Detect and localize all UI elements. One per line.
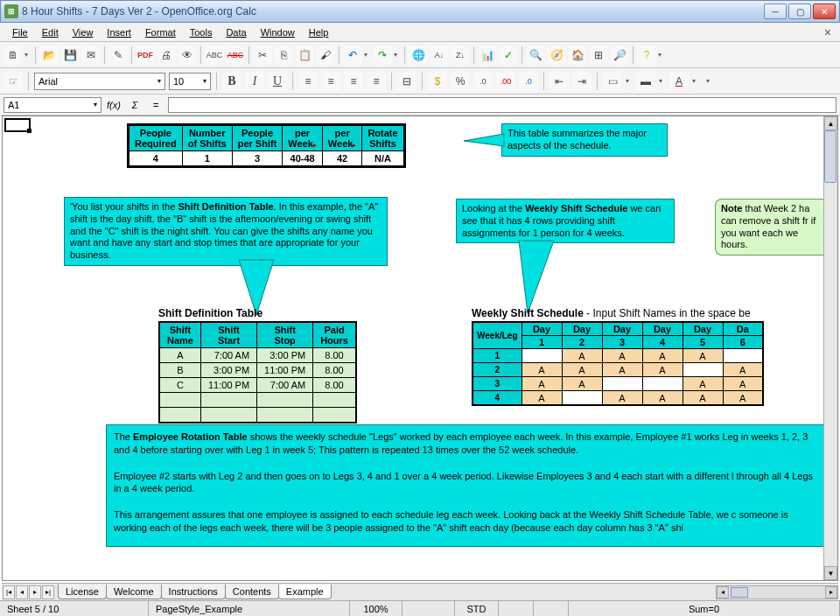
menu-window[interactable]: Window xyxy=(254,25,302,39)
status-sum[interactable]: Sum=0 xyxy=(569,601,840,616)
styles-icon[interactable]: ☞ xyxy=(4,72,23,91)
open-icon[interactable]: 📂 xyxy=(39,46,59,65)
menu-view[interactable]: View xyxy=(66,25,101,39)
sd-r2-name[interactable]: C xyxy=(159,378,200,393)
format-paint-icon[interactable]: 🖌 xyxy=(316,46,335,65)
number-format-icon[interactable]: .0 xyxy=(473,72,493,91)
maximize-button[interactable]: ▢ xyxy=(788,4,811,19)
autospell-icon[interactable]: ABC xyxy=(226,46,245,65)
bgcolor-icon[interactable]: ▬ xyxy=(636,72,655,91)
align-right-icon[interactable]: ≡ xyxy=(344,72,363,91)
vertical-scrollbar[interactable]: ▲ ▼ xyxy=(823,116,837,580)
sd-r0-stop[interactable]: 3:00 PM xyxy=(257,348,313,363)
tab-nav-next[interactable]: ▸ xyxy=(29,585,41,599)
sum-val-5[interactable]: N/A xyxy=(362,151,403,166)
hscroll-thumb[interactable] xyxy=(731,587,748,598)
email-icon[interactable]: ✉ xyxy=(81,46,101,65)
cut-icon[interactable]: ✂ xyxy=(253,46,272,65)
tab-license[interactable]: License xyxy=(58,584,107,599)
scroll-up-icon[interactable]: ▲ xyxy=(824,116,837,130)
sd-r2-start[interactable]: 11:00 PM xyxy=(200,378,256,393)
sort-asc-icon[interactable]: A↓ xyxy=(430,46,449,65)
save-icon[interactable]: 💾 xyxy=(60,46,80,65)
sd-r1-name[interactable]: B xyxy=(159,363,200,378)
align-justify-icon[interactable]: ≡ xyxy=(367,72,386,91)
zoom-icon[interactable]: 🔎 xyxy=(610,46,629,65)
hscroll-left-icon[interactable]: ◂ xyxy=(717,586,729,598)
dec-indent-icon[interactable]: ⇤ xyxy=(550,72,569,91)
sd-r0-name[interactable]: A xyxy=(159,348,200,363)
sd-r0-start[interactable]: 7:00 AM xyxy=(200,348,256,363)
menu-help[interactable]: Help xyxy=(302,25,336,39)
del-decimal-icon[interactable]: .0 xyxy=(519,72,538,91)
find-icon[interactable]: 🔍 xyxy=(526,46,545,65)
align-center-icon[interactable]: ≡ xyxy=(321,72,340,91)
tab-welcome[interactable]: Welcome xyxy=(106,584,162,599)
font-size-select[interactable]: 10▾ xyxy=(169,73,211,90)
print-icon[interactable]: 🖨 xyxy=(157,46,176,65)
paste-icon[interactable]: 📋 xyxy=(295,46,314,65)
fx-button[interactable]: f(x) xyxy=(105,97,122,113)
percent-icon[interactable]: % xyxy=(451,72,470,91)
undo-icon[interactable]: ↶ xyxy=(343,46,362,65)
scroll-thumb[interactable] xyxy=(824,130,836,183)
sort-desc-icon[interactable]: Z↓ xyxy=(451,46,470,65)
copy-icon[interactable]: ⎘ xyxy=(274,46,293,65)
sd-r2-hrs[interactable]: 8.00 xyxy=(313,378,356,393)
help-icon[interactable]: ? xyxy=(637,46,656,65)
menu-tools[interactable]: Tools xyxy=(183,25,220,39)
menu-data[interactable]: Data xyxy=(219,25,253,39)
font-name-select[interactable]: Arial▾ xyxy=(34,73,165,90)
inc-indent-icon[interactable]: ⇥ xyxy=(572,72,592,91)
hyperlink-icon[interactable]: 🌐 xyxy=(409,46,428,65)
status-pagestyle[interactable]: PageStyle_Example xyxy=(149,601,350,616)
edit-icon[interactable]: ✎ xyxy=(108,46,128,65)
status-zoom[interactable]: 100% xyxy=(350,601,402,616)
underline-button[interactable]: U xyxy=(268,72,287,91)
sum-button[interactable]: Σ xyxy=(126,97,144,113)
sd-r2-stop[interactable]: 7:00 AM xyxy=(257,378,313,393)
pdf-icon[interactable]: PDF xyxy=(136,46,155,65)
chart-icon[interactable]: 📊 xyxy=(478,46,497,65)
add-decimal-icon[interactable]: .00 xyxy=(496,72,515,91)
menu-file[interactable]: File xyxy=(5,25,35,39)
sd-r1-stop[interactable]: 11:00 PM xyxy=(257,363,313,378)
hscroll-right-icon[interactable]: ▸ xyxy=(825,586,837,598)
sum-val-0[interactable]: 4 xyxy=(130,151,183,166)
new-icon[interactable]: 🗎 xyxy=(4,46,23,65)
sd-r0-hrs[interactable]: 8.00 xyxy=(313,348,356,363)
status-insert[interactable] xyxy=(402,601,455,616)
navigator-icon[interactable]: 🧭 xyxy=(547,46,566,65)
status-std[interactable]: STD xyxy=(455,601,499,616)
tab-instructions[interactable]: Instructions xyxy=(161,584,226,599)
italic-button[interactable]: I xyxy=(245,72,264,91)
name-box[interactable]: A1▾ xyxy=(4,97,102,113)
fontcolor-icon[interactable]: A xyxy=(669,72,689,91)
sum-val-4[interactable]: 42 xyxy=(322,151,362,166)
tab-nav-first[interactable]: |◂ xyxy=(3,585,15,599)
close-button[interactable]: ✕ xyxy=(813,4,836,19)
preview-icon[interactable]: 👁 xyxy=(178,46,197,65)
sum-val-2[interactable]: 3 xyxy=(232,151,283,166)
minimize-button[interactable]: ─ xyxy=(764,4,787,19)
merge-cells-icon[interactable]: ⊟ xyxy=(397,72,416,91)
align-left-icon[interactable]: ≡ xyxy=(298,72,318,91)
spellcheck-icon[interactable]: ABC xyxy=(205,46,224,65)
tab-contents[interactable]: Contents xyxy=(225,584,279,599)
eq-button[interactable]: = xyxy=(147,97,164,113)
currency-icon[interactable]: $ xyxy=(428,72,447,91)
gallery-icon[interactable]: 🏠 xyxy=(568,46,587,65)
menu-format[interactable]: Format xyxy=(138,25,183,39)
show-draw-icon[interactable]: ✓ xyxy=(499,46,518,65)
horizontal-scrollbar[interactable]: ◂ ▸ xyxy=(716,585,838,599)
doc-close-button[interactable]: × xyxy=(821,25,835,39)
tab-nav-last[interactable]: ▸| xyxy=(42,585,54,599)
sd-r1-hrs[interactable]: 8.00 xyxy=(313,363,356,378)
sheet-canvas[interactable]: People Required Number of Shifts People … xyxy=(3,116,823,580)
borders-icon[interactable]: ▭ xyxy=(603,72,622,91)
tab-nav-prev[interactable]: ◂ xyxy=(16,585,28,599)
scroll-down-icon[interactable]: ▼ xyxy=(824,566,837,580)
redo-icon[interactable]: ↷ xyxy=(373,46,392,65)
datasources-icon[interactable]: ⊞ xyxy=(589,46,608,65)
bold-button[interactable]: B xyxy=(222,72,242,91)
